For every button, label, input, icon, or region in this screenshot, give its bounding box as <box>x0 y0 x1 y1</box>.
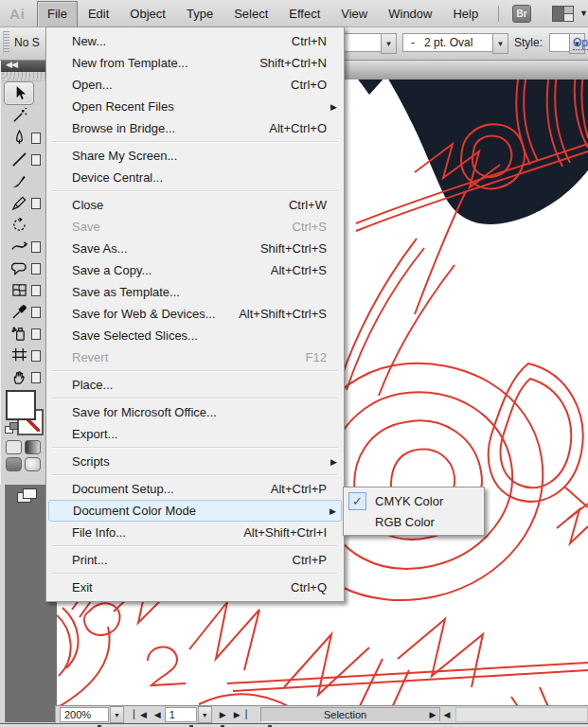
rotate-tool[interactable] <box>1 214 37 236</box>
menu-item[interactable]: Save Selected Slices... ▶ <box>46 325 344 346</box>
menu-bar-item[interactable]: Type <box>176 2 223 26</box>
next-page-button[interactable]: ▶ <box>216 710 230 719</box>
menu-bar-item[interactable]: Object <box>119 2 176 26</box>
pencil-tool[interactable] <box>1 192 37 214</box>
menu-item[interactable]: Open... Ctrl+O ▶ <box>46 74 344 96</box>
brush-definition-field[interactable]: - 2 pt. Oval <box>402 33 503 52</box>
paintbrush-tool[interactable] <box>1 170 37 192</box>
color-button[interactable] <box>6 440 22 454</box>
line-segment-icon <box>11 151 27 168</box>
bridge-button[interactable]: Br <box>512 5 531 23</box>
blob-brush-tool[interactable] <box>1 257 37 279</box>
last-page-button[interactable]: ▶ <box>230 710 251 719</box>
menu-item[interactable]: Save for Web & Devices... Alt+Shift+Ctrl… <box>46 303 344 325</box>
submenu-item[interactable]: ✓ CMYK Color <box>344 490 484 511</box>
menu-bar: Ai FileEditObjectTypeSelectEffectViewWin… <box>0 0 588 27</box>
menu-item[interactable]: Exit Ctrl+Q ▶ <box>46 576 344 598</box>
stroke-dash-glyph: - <box>411 36 415 49</box>
panel-grip[interactable] <box>1 72 46 81</box>
menu-bar-item[interactable]: Edit <box>78 2 119 26</box>
menu-separator <box>52 370 338 372</box>
selection-tool[interactable] <box>4 81 34 105</box>
menu-separator <box>52 573 338 575</box>
variable-width-dropdown[interactable]: ▼ <box>381 33 397 54</box>
menu-item[interactable]: Browse in Bridge... Alt+Ctrl+O ▶ <box>46 117 344 139</box>
menu-bar-item[interactable]: Select <box>223 2 278 26</box>
submenu-arrow-icon: ▶ <box>327 102 337 112</box>
page-dropdown[interactable]: ▼ <box>198 706 212 723</box>
screen-mode-normal-button[interactable] <box>6 457 22 471</box>
panel-drag-grip[interactable] <box>3 31 9 54</box>
pen-tool[interactable] <box>1 127 37 149</box>
hand-tool[interactable] <box>1 366 37 388</box>
chevron-down-icon: ▼ <box>579 9 588 18</box>
menu-item[interactable]: Save for Microsoft Office... ▶ <box>46 401 344 423</box>
magic-wand-icon <box>11 108 27 124</box>
menu-separator <box>52 141 338 143</box>
submenu-arrow-icon: ▶ <box>326 506 336 516</box>
screen-mode-buttons <box>1 454 46 471</box>
gradient-button[interactable] <box>25 440 41 454</box>
menu-item[interactable]: Save As... Shift+Ctrl+S ▶ <box>46 238 344 259</box>
illustrator-window: ◀◀ <box>0 0 588 727</box>
eyedropper-tool[interactable] <box>1 301 37 323</box>
pencil-icon <box>11 195 27 211</box>
app-logo: Ai <box>9 6 26 22</box>
submenu-arrow-icon: ▶ <box>327 457 337 467</box>
menu-bar-item[interactable]: Help <box>442 2 489 26</box>
style-swatch-field[interactable] <box>549 33 570 52</box>
menu-bar-items: FileEditObjectTypeSelectEffectViewWindow… <box>37 1 489 27</box>
magic-wand-tool[interactable] <box>1 105 37 127</box>
rotate-icon <box>11 217 27 233</box>
opacity-link[interactable]: Op <box>573 36 588 50</box>
artboard-tool[interactable] <box>1 345 37 366</box>
symbol-sprayer-tool[interactable] <box>1 323 37 345</box>
menu-bar-item[interactable]: Window <box>378 2 442 26</box>
menu-item[interactable]: Save Ctrl+S ▶ <box>46 216 344 238</box>
menu-item[interactable]: Save a Copy... Alt+Ctrl+S ▶ <box>46 259 344 281</box>
menu-item[interactable]: Save as Template... ▶ <box>46 281 344 303</box>
mesh-tool[interactable] <box>1 279 37 301</box>
menu-bar-item[interactable]: View <box>330 2 378 26</box>
menu-bar-item[interactable]: Effect <box>278 2 330 26</box>
menu-item[interactable]: Revert F12 ▶ <box>46 346 344 368</box>
menu-item[interactable]: Device Central... ▶ <box>46 167 344 188</box>
menu-item[interactable]: Document Setup... Alt+Ctrl+P ▶ <box>46 478 344 500</box>
menu-item[interactable]: Print... Ctrl+P ▶ <box>46 549 344 571</box>
menu-item[interactable]: Scripts ▶ <box>46 451 344 472</box>
menu-separator <box>52 447 338 449</box>
overlapping-panels-icon[interactable] <box>17 488 36 503</box>
window-bottom-edge <box>0 723 588 727</box>
eyedropper-icon <box>11 304 27 320</box>
page-number-field[interactable]: 1 <box>165 707 197 722</box>
menu-item[interactable]: Document Color Mode ▶ <box>48 500 342 522</box>
menu-item[interactable]: Share My Screen... ▶ <box>46 145 344 167</box>
default-swatches-icon[interactable] <box>5 422 18 434</box>
width-tool[interactable] <box>1 236 37 257</box>
screen-mode-full-button[interactable] <box>25 457 41 471</box>
horizontal-scrollbar-track[interactable] <box>455 707 588 722</box>
fill-swatch-white[interactable] <box>6 390 36 420</box>
first-page-button[interactable]: ◀ <box>130 710 151 719</box>
brush-definition-dropdown[interactable]: ▼ <box>492 33 508 54</box>
zoom-dropdown[interactable]: ▼ <box>110 706 124 723</box>
menu-separator <box>52 398 338 399</box>
previous-page-button[interactable]: ◀ <box>151 710 165 719</box>
scroll-left-button[interactable]: ◀ <box>440 710 454 719</box>
menu-item[interactable]: Place... ▶ <box>46 374 344 396</box>
line-segment-tool[interactable] <box>1 149 37 170</box>
workspace-switcher[interactable]: ▼ <box>552 6 588 22</box>
status-display-field[interactable]: Selection ▶ <box>260 707 440 722</box>
workspace-layout-icon <box>552 6 574 22</box>
document-color-mode-submenu: ✓ CMYK Color ✓ RGB Color <box>343 487 485 536</box>
menu-item[interactable]: Export... ▶ <box>46 423 344 445</box>
menu-item[interactable]: New... Ctrl+N ▶ <box>46 30 344 52</box>
zoom-level-field[interactable]: 200% <box>60 707 109 722</box>
submenu-item[interactable]: ✓ RGB Color <box>344 511 484 532</box>
menu-item[interactable]: Open Recent Files ▶ <box>46 96 344 117</box>
selection-arrow-icon <box>11 85 27 101</box>
menu-item[interactable]: New from Template... Shift+Ctrl+N ▶ <box>46 52 344 74</box>
menu-item[interactable]: Close Ctrl+W ▶ <box>46 194 344 216</box>
menu-bar-item[interactable]: File <box>37 1 78 27</box>
menu-item[interactable]: File Info... Alt+Shift+Ctrl+I ▶ <box>46 522 344 543</box>
